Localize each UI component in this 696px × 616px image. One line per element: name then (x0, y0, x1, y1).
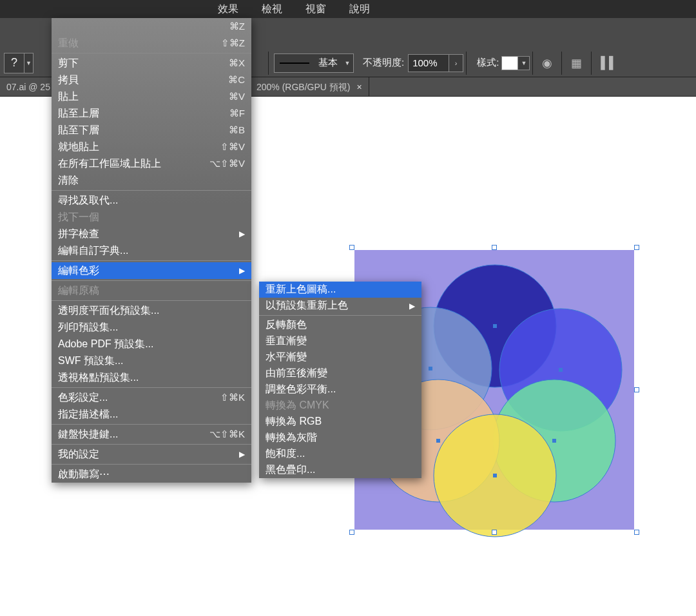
menu-item-clear[interactable]: 清除 (52, 172, 251, 189)
menu-item-label: 我的設定 (58, 448, 236, 461)
app-menubar: 效果 檢視 視窗 說明 (0, 0, 696, 18)
menu-effects[interactable]: 效果 (206, 0, 250, 18)
align-icon[interactable]: ▦ (571, 56, 582, 70)
menu-item-shortcut: ⌥⇧⌘V (209, 158, 245, 169)
menu-item-label: 剪下 (58, 57, 216, 70)
menu-item-label: 編輯原稿 (58, 284, 245, 298)
menu-item-persp[interactable]: 透視格點預設集... (52, 369, 251, 386)
menu-item-paste-front[interactable]: 貼至上層⌘F (52, 105, 251, 122)
separator (591, 52, 592, 75)
recolor-icon[interactable]: ◉ (542, 56, 552, 70)
menu-item-shortcut: ⌘B (229, 124, 245, 136)
menu-item-label: 貼上 (58, 90, 216, 104)
menu-item-label: 尋找及取代... (58, 194, 245, 207)
menu-item-spell[interactable]: 拼字檢查▶ (52, 226, 251, 242)
menu-item-print[interactable]: 列印預設集... (52, 319, 251, 336)
menu-item-dictation[interactable]: 啟動聽寫⋯ (52, 466, 251, 483)
menu-item-balance[interactable]: 調整色彩平衡... (259, 381, 421, 398)
menu-item-cut[interactable]: 剪下⌘X (52, 55, 251, 72)
transform-icon[interactable]: ▌▌ (601, 56, 617, 70)
stroke-style-dropdown[interactable]: 基本 ▼ (274, 53, 354, 73)
menu-item-profile[interactable]: 指定描述檔... (52, 406, 251, 423)
menu-item-label: 清除 (58, 174, 245, 188)
separator (268, 52, 269, 75)
menu-window[interactable]: 視窗 (294, 0, 338, 18)
graphic-style-swatch[interactable] (501, 56, 518, 70)
menu-item-rgb[interactable]: 轉換為 RGB (259, 414, 421, 430)
graphic-style-dropdown[interactable]: ▼ (518, 56, 530, 70)
menu-item-label: 拷貝 (58, 73, 215, 87)
menu-view[interactable]: 檢視 (250, 0, 294, 18)
help-dropdown[interactable]: ▼ (24, 53, 34, 73)
menu-item-shortcut: ⌘Z (229, 21, 245, 32)
menu-item-sat[interactable]: 飽和度... (259, 446, 421, 462)
menu-help[interactable]: 說明 (338, 0, 382, 18)
menu-item-label: 調整色彩平衡... (266, 383, 415, 396)
menu-separator (52, 387, 251, 388)
resize-handle[interactable] (634, 245, 639, 250)
menu-item-paste[interactable]: 貼上⌘V (52, 88, 251, 105)
menu-item-gray[interactable]: 轉換為灰階 (259, 430, 421, 446)
menu-item-label: 轉換為灰階 (266, 431, 415, 445)
menu-item-vgrad[interactable]: 垂直漸變 (259, 333, 421, 349)
submenu-arrow-icon: ▶ (236, 450, 245, 459)
menu-item-edit-color[interactable]: 編輯色彩▶ (52, 262, 251, 279)
menu-separator (52, 53, 251, 53)
close-icon[interactable]: × (356, 77, 362, 97)
menu-item-shortcut: ⌘X (229, 57, 245, 69)
resize-handle[interactable] (634, 387, 639, 392)
menu-item-find[interactable]: 尋找及取代... (52, 192, 251, 209)
menu-item-label: 拼字檢查 (58, 227, 236, 241)
menu-item-label: 重新上色圖稿... (266, 283, 415, 296)
menu-item-label: 由前至後漸變 (266, 367, 415, 380)
menu-item-find-next: 找下一個 (52, 209, 251, 226)
menu-item-label: 找下一個 (58, 211, 245, 224)
menu-item-shortcut: ⌥⇧⌘K (209, 428, 245, 440)
menu-item-label: 透視格點預設集... (58, 371, 245, 385)
document-tab[interactable]: 200% (RGB/GPU 預視) × (250, 77, 369, 97)
resize-handle[interactable] (492, 245, 497, 250)
menu-item-label: 編輯色彩 (58, 264, 236, 278)
menu-item-invert[interactable]: 反轉顏色 (259, 317, 421, 333)
menu-item-flat[interactable]: 透明度平面化預設集... (52, 302, 251, 319)
document-tab[interactable]: 07.ai @ 25 (0, 77, 57, 97)
edit-menu: ⌘Z重做⇧⌘Z剪下⌘X拷貝⌘C貼上⌘V貼至上層⌘F貼至下層⌘B就地貼上⇧⌘V在所… (52, 18, 251, 483)
menu-item-copy[interactable]: 拷貝⌘C (52, 72, 251, 88)
opacity-stepper[interactable]: › (449, 54, 463, 72)
menu-item-paste-back[interactable]: 貼至下層⌘B (52, 122, 251, 139)
menu-item-pdf[interactable]: Adobe PDF 預設集... (52, 336, 251, 352)
menu-item-dict[interactable]: 編輯自訂字典... (52, 242, 251, 259)
menu-item-color-set[interactable]: 色彩設定...⇧⌘K (52, 389, 251, 406)
menu-item-fbgrad[interactable]: 由前至後漸變 (259, 365, 421, 381)
menu-item-recolor[interactable]: 重新上色圖稿... (259, 282, 421, 298)
menu-item-my-settings[interactable]: 我的設定▶ (52, 446, 251, 463)
resize-handle[interactable] (349, 530, 354, 535)
opacity-input[interactable]: 100% (408, 54, 449, 72)
menu-item-label: 鍵盤快捷鍵... (58, 428, 197, 441)
menu-item-paste-place[interactable]: 就地貼上⇧⌘V (52, 139, 251, 155)
graphic-style-label: 樣式: (477, 57, 499, 69)
menu-item-shortcuts[interactable]: 鍵盤快捷鍵...⌥⇧⌘K (52, 426, 251, 443)
menu-item-overprint[interactable]: 黑色疊印... (259, 462, 421, 478)
menu-item-label: 轉換為 CMYK (266, 399, 415, 412)
menu-item-undo: ⌘Z (52, 18, 251, 35)
menu-separator (259, 315, 421, 316)
menu-separator (52, 260, 251, 261)
menu-item-label: 在所有工作區域上貼上 (58, 157, 197, 171)
menu-item-shortcut: ⇧⌘V (220, 141, 245, 153)
menu-item-label: 色彩設定... (58, 391, 208, 405)
menu-item-swf[interactable]: SWF 預設集... (52, 352, 251, 369)
menu-item-shortcut: ⌘V (229, 91, 245, 102)
menu-item-paste-all[interactable]: 在所有工作區域上貼上⌥⇧⌘V (52, 155, 251, 172)
menu-item-hgrad[interactable]: 水平漸變 (259, 349, 421, 365)
menu-item-cmyk: 轉換為 CMYK (259, 398, 421, 414)
separator (466, 52, 467, 75)
resize-handle[interactable] (634, 530, 639, 535)
resize-handle[interactable] (492, 530, 497, 535)
menu-item-edit-orig: 編輯原稿 (52, 282, 251, 299)
menu-item-label: Adobe PDF 預設集... (58, 338, 245, 351)
menu-item-label: 啟動聽寫⋯ (58, 468, 245, 481)
resize-handle[interactable] (349, 245, 354, 250)
help-button[interactable]: ? (4, 53, 24, 73)
menu-item-recolor-preset[interactable]: 以預設集重新上色▶ (259, 298, 421, 314)
